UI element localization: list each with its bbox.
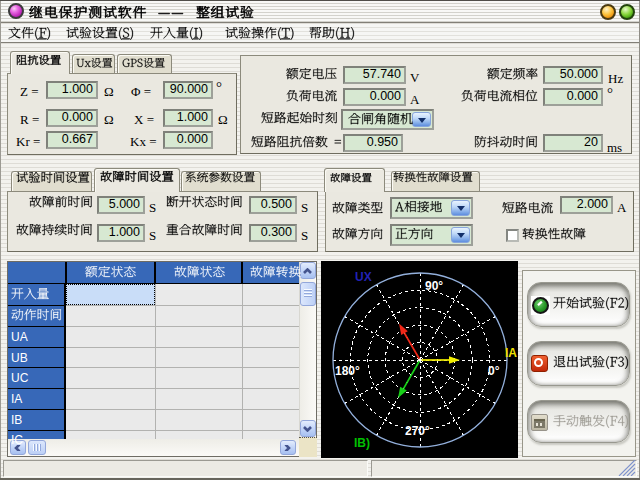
svg-text:IB): IB) <box>354 436 370 450</box>
svg-text:180°: 180° <box>335 364 360 378</box>
svg-text:IA: IA <box>505 346 517 360</box>
svg-text:0°: 0° <box>488 364 500 378</box>
svg-text:90°: 90° <box>425 279 443 293</box>
svg-text:270°: 270° <box>405 424 430 438</box>
svg-text:UX: UX <box>355 270 372 284</box>
